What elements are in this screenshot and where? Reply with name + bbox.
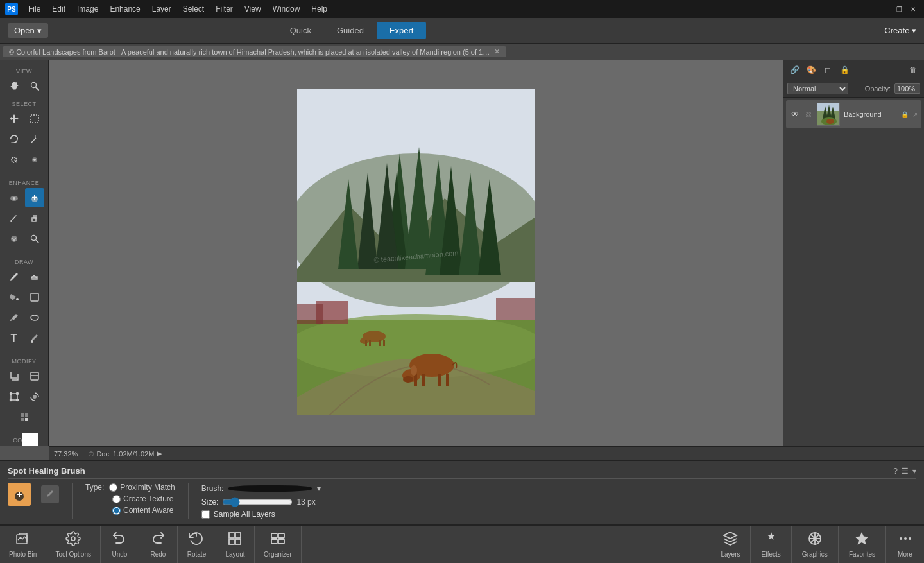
- svg-rect-32: [21, 418, 24, 421]
- blend-mode-select[interactable]: Normal: [787, 83, 848, 94]
- organizer-icon: [270, 531, 286, 550]
- enhance-tools-row2: [4, 209, 44, 228]
- marquee-tool[interactable]: [25, 109, 44, 128]
- open-button[interactable]: Open ▾: [8, 23, 48, 38]
- shape-tool[interactable]: [25, 288, 44, 307]
- move-tool[interactable]: [4, 109, 24, 128]
- paint-bucket-tool[interactable]: [4, 288, 24, 307]
- eyedropper-tool[interactable]: [4, 308, 24, 327]
- layers-button[interactable]: Layers: [710, 526, 750, 563]
- background-color[interactable]: [22, 433, 38, 446]
- photo-bin-button[interactable]: Photo Bin: [0, 526, 46, 563]
- minimize-button[interactable]: –: [879, 3, 891, 15]
- list-icon[interactable]: ☰: [902, 467, 909, 476]
- more-button[interactable]: More: [886, 526, 924, 563]
- graphics-button[interactable]: Graphics: [791, 526, 838, 563]
- tab-guided[interactable]: Guided: [324, 22, 377, 39]
- redo-button[interactable]: Redo: [139, 526, 178, 563]
- svg-point-76: [826, 119, 834, 124]
- layer-style-button[interactable]: 🎨: [804, 63, 818, 77]
- brush-tool[interactable]: [4, 209, 24, 228]
- size-slider[interactable]: [222, 497, 293, 507]
- canvas-image[interactable]: © teachlikeachampion.com: [297, 89, 535, 415]
- straighten-tool[interactable]: [25, 367, 44, 386]
- layer-visibility-toggle[interactable]: 👁: [790, 109, 800, 119]
- organizer-button[interactable]: Organizer: [255, 526, 302, 563]
- layer-lock-button[interactable]: 🔒: [837, 63, 851, 77]
- eraser-tool[interactable]: [25, 267, 44, 286]
- lasso-tool[interactable]: [4, 130, 24, 149]
- clone-stamp-tool[interactable]: [25, 209, 44, 228]
- proximity-match-radio[interactable]: [109, 483, 117, 492]
- recompose-tool[interactable]: [25, 387, 44, 406]
- restore-button[interactable]: ❐: [893, 3, 905, 15]
- view-tools-row: [4, 76, 44, 96]
- magic-wand-tool[interactable]: [25, 130, 44, 149]
- draw-tools-row1: [4, 267, 44, 286]
- menu-select[interactable]: Select: [178, 3, 209, 15]
- magnify-tool[interactable]: [25, 229, 44, 248]
- refine-tool[interactable]: [25, 150, 44, 169]
- tool-options-button[interactable]: Tool Options: [46, 526, 101, 563]
- menu-view[interactable]: View: [239, 3, 266, 15]
- sample-all-layers-checkbox[interactable]: [201, 510, 210, 519]
- crop-tool[interactable]: [4, 367, 24, 386]
- layer-chain-button[interactable]: 🔗: [787, 63, 801, 77]
- content-aware-tool[interactable]: [15, 408, 34, 427]
- window-controls: – ❐ ✕: [879, 3, 919, 15]
- content-aware-option[interactable]: Content Aware: [112, 506, 174, 515]
- document-tab[interactable]: © Colorful Landscapes from Barot - A pea…: [3, 46, 506, 57]
- layer-item[interactable]: 👁 ⛓ Background: [786, 100, 921, 128]
- layout-button[interactable]: Layout: [216, 526, 255, 563]
- proximity-match-option[interactable]: Proximity Match: [109, 483, 175, 492]
- create-texture-option[interactable]: Create Texture: [112, 494, 174, 503]
- create-texture-radio[interactable]: [112, 495, 121, 503]
- menu-help[interactable]: Help: [306, 3, 332, 15]
- ellipse-tool[interactable]: [25, 308, 44, 327]
- brush-stroke-preview: [228, 483, 312, 494]
- red-eye-tool[interactable]: [4, 188, 24, 207]
- text-tool[interactable]: T: [4, 329, 24, 348]
- status-arrow-button[interactable]: ▶: [157, 449, 162, 458]
- layer-mask-button[interactable]: ◻: [821, 63, 835, 77]
- alt-tool-icon[interactable]: [41, 485, 59, 503]
- create-button[interactable]: Create ▾: [884, 26, 916, 35]
- favorites-button[interactable]: Favorites: [838, 526, 886, 563]
- svg-rect-19: [31, 293, 38, 301]
- menu-window[interactable]: Window: [268, 3, 305, 15]
- help-icon[interactable]: ?: [893, 467, 898, 476]
- sponge-tool[interactable]: [4, 229, 24, 248]
- zoom-tool[interactable]: [25, 76, 44, 96]
- svg-point-11: [11, 236, 17, 242]
- layer-delete-button[interactable]: 🗑: [906, 63, 920, 77]
- right-panel: 🔗 🎨 ◻ 🔒 🗑 Normal Opacity: 👁 ⛓: [783, 60, 924, 446]
- current-tool-icon[interactable]: [8, 483, 31, 506]
- pencil-tool[interactable]: [4, 267, 24, 286]
- menu-filter[interactable]: Filter: [210, 3, 238, 15]
- tab-expert[interactable]: Expert: [377, 22, 427, 39]
- tab-quick[interactable]: Quick: [277, 22, 324, 39]
- close-button[interactable]: ✕: [907, 3, 919, 15]
- effects-button[interactable]: Effects: [750, 526, 791, 563]
- expand-icon[interactable]: ▾: [912, 467, 916, 476]
- transform-tool[interactable]: [4, 387, 24, 406]
- layers-toolbar: 🔗 🎨 ◻ 🔒 🗑: [783, 60, 924, 80]
- quick-select-tool[interactable]: [4, 150, 24, 169]
- menu-edit[interactable]: Edit: [47, 3, 71, 15]
- custom-brush-tool[interactable]: [25, 329, 44, 348]
- opacity-input[interactable]: [894, 83, 920, 94]
- menu-enhance[interactable]: Enhance: [105, 3, 145, 15]
- close-tab-button[interactable]: ✕: [494, 48, 500, 56]
- menu-file[interactable]: File: [23, 3, 46, 15]
- menu-image[interactable]: Image: [72, 3, 103, 15]
- brush-dropdown-arrow[interactable]: ▾: [317, 484, 321, 493]
- app-icon: PS: [5, 3, 18, 15]
- content-aware-radio[interactable]: [112, 507, 121, 515]
- menu-layer[interactable]: Layer: [147, 3, 176, 15]
- undo-button[interactable]: Undo: [101, 526, 139, 563]
- layer-link-icon: ⛓: [804, 110, 813, 119]
- spot-healing-tool[interactable]: [25, 188, 44, 207]
- hand-tool[interactable]: [4, 76, 24, 96]
- svg-point-25: [10, 393, 12, 395]
- rotate-button[interactable]: Rotate: [178, 526, 216, 563]
